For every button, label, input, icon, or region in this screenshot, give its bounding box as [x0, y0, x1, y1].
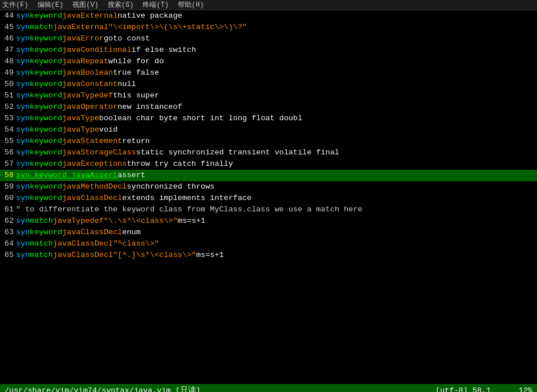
- line-number: 63: [0, 227, 16, 238]
- code-token: null: [117, 79, 136, 90]
- code-token: syn: [16, 124, 30, 136]
- code-token: keyword: [30, 113, 62, 124]
- code-token: match: [30, 250, 53, 261]
- code-token: javaClassDecl: [53, 238, 113, 250]
- line-number: 53: [0, 113, 16, 124]
- code-line: 44 syn keyword javaExternal native packa…: [0, 10, 537, 22]
- code-token: keyword: [30, 101, 62, 113]
- code-line: 56 syn keyword javaStorageClass static s…: [0, 147, 537, 158]
- code-token: keyword: [30, 158, 62, 170]
- code-token: assert: [117, 170, 145, 181]
- code-token: syn: [16, 158, 30, 170]
- code-line: 54 syn keyword javaType void: [0, 124, 537, 136]
- code-token: true false: [113, 67, 159, 79]
- code-token: match: [30, 238, 53, 250]
- line-number: 50: [0, 79, 16, 90]
- line-number: 44: [0, 10, 16, 22]
- code-token: syn: [16, 67, 30, 79]
- code-token: keyword: [30, 10, 62, 22]
- code-token: javaConstant: [62, 79, 117, 90]
- line-number: 57: [0, 158, 16, 170]
- code-token: syn: [16, 10, 30, 22]
- code-token: javaRepeat: [62, 56, 108, 67]
- code-token: javaExternal: [62, 10, 117, 22]
- line-number: 64: [0, 238, 16, 250]
- code-token: javaExternal: [53, 22, 108, 33]
- line-number: 47: [0, 44, 16, 56]
- code-token: while for do: [108, 56, 164, 67]
- code-token: javaClassDecl: [53, 250, 113, 261]
- code-token: keyword: [30, 193, 62, 204]
- code-line: 59 syn keyword javaMethodDecl synchroniz…: [0, 181, 537, 193]
- menubar: 文件(F)编辑(E)视图(V)搜索(S)终端(T)帮助(H): [0, 0, 537, 10]
- line-number: 58: [0, 170, 16, 181]
- line-number: 49: [0, 67, 16, 79]
- code-token: javaClassDecl: [62, 193, 122, 204]
- code-token: javaStorageClass: [62, 147, 136, 158]
- code-token: static synchronized transient volatile f…: [136, 147, 339, 158]
- line-number: 62: [0, 215, 16, 227]
- code-token: keyword: [30, 56, 62, 67]
- line-number: 46: [0, 33, 16, 44]
- line-number: 54: [0, 124, 16, 136]
- code-token: javaType: [62, 124, 99, 136]
- code-token: "\<import\>\(\s\+static\>\)\?": [108, 22, 247, 33]
- code-token: match: [30, 215, 53, 227]
- code-token: new instanceof: [117, 101, 182, 113]
- code-line: 53 syn keyword javaType boolean char byt…: [0, 113, 537, 124]
- code-token: javaType: [62, 113, 99, 124]
- code-token: syn: [16, 33, 30, 44]
- code-token: synchronized throws: [127, 181, 214, 193]
- line-number: 45: [0, 22, 16, 33]
- code-token: javaOperator: [62, 101, 117, 113]
- code-token: syn: [16, 238, 30, 250]
- code-line: 50 syn keyword javaConstant null: [0, 79, 537, 90]
- line-number: 51: [0, 90, 16, 101]
- code-line: 45 syn match javaExternal "\<import\>\(\…: [0, 22, 537, 33]
- code-token: syn: [16, 147, 30, 158]
- code-token: syn: [16, 90, 30, 101]
- code-token: " to differentiate the keyword class fro…: [16, 204, 363, 215]
- code-token: "^class\>": [113, 238, 159, 250]
- code-token: javaClassDecl: [62, 227, 122, 238]
- code-token: syn: [16, 79, 30, 90]
- code-token: javaConditional: [62, 44, 132, 56]
- line-number: 59: [0, 181, 16, 193]
- code-line: 61 " to differentiate the keyword class …: [0, 204, 537, 215]
- code-token: void: [99, 124, 117, 136]
- code-token: keyword: [30, 79, 62, 90]
- code-token: "\.\s*\<class\>": [104, 215, 178, 227]
- code-token: boolean char byte short int long float d…: [99, 113, 302, 124]
- status-position: [utf-8] 58,1 12%: [436, 384, 532, 392]
- code-line: 48 syn keyword javaRepeat while for do: [0, 56, 537, 67]
- code-token: javaBoolean: [62, 67, 113, 79]
- line-number: 55: [0, 136, 16, 147]
- code-token: keyword: [30, 67, 62, 79]
- line-number: 61: [0, 204, 16, 215]
- code-token: keyword: [30, 44, 62, 56]
- line-number: 52: [0, 101, 16, 113]
- code-token: javaError: [62, 33, 104, 44]
- status-filepath: /usr/share/vim/vim74/syntax/java.vim [只读…: [5, 384, 201, 392]
- code-line: 65 syn match javaClassDecl "[^.]\s*\<cla…: [0, 250, 537, 261]
- code-token: return: [122, 136, 150, 147]
- code-token: goto const: [104, 33, 150, 44]
- code-token: syn keyword javaAssert: [16, 170, 117, 181]
- code-token: syn: [16, 181, 30, 193]
- code-token: syn: [16, 227, 30, 238]
- line-number: 60: [0, 193, 16, 204]
- code-line: 55 syn keyword javaStatement return: [0, 136, 537, 147]
- code-token: syn: [16, 44, 30, 56]
- code-token: javaMethodDecl: [62, 181, 127, 193]
- code-token: javaTypedef: [62, 90, 113, 101]
- code-token: ms=s+1: [196, 250, 224, 261]
- status-bar: /usr/share/vim/vim74/syntax/java.vim [只读…: [0, 384, 537, 392]
- code-line: 52 syn keyword javaOperator new instance…: [0, 101, 537, 113]
- code-token: syn: [16, 136, 30, 147]
- code-token: throw try catch finally: [127, 158, 233, 170]
- code-token: ms=s+1: [178, 215, 206, 227]
- code-token: javaTypedef: [53, 215, 104, 227]
- code-token: syn: [16, 250, 30, 261]
- code-token: syn: [16, 193, 30, 204]
- code-token: syn: [16, 56, 30, 67]
